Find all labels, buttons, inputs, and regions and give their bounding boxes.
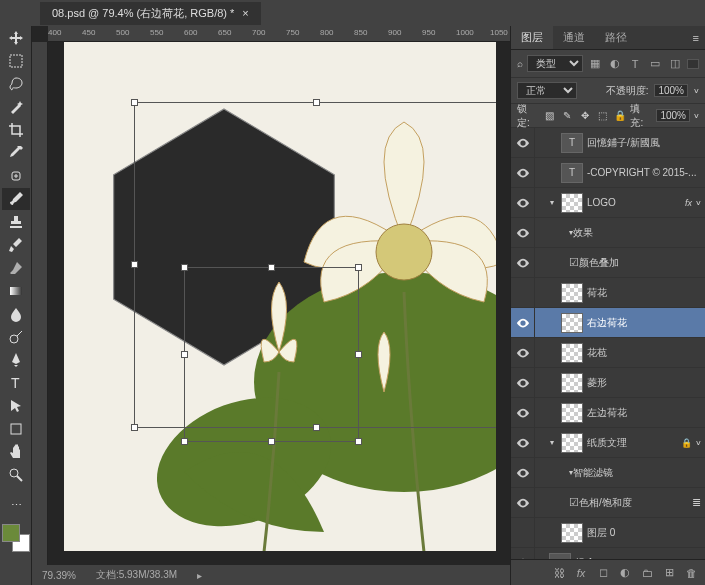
layer-mask-icon[interactable]: ◻ — [595, 565, 611, 581]
path-selection-tool[interactable] — [2, 395, 30, 417]
type-tool[interactable]: T — [2, 372, 30, 394]
visibility-toggle[interactable] — [511, 218, 535, 248]
layer-row[interactable]: 左边荷花 — [511, 398, 705, 428]
visibility-toggle[interactable] — [511, 188, 535, 218]
fill-value[interactable]: 100% — [656, 109, 690, 122]
filter-edit-icon[interactable]: ≣ — [692, 496, 701, 509]
status-bar: 79.39% 文档:5.93M/38.3M ▸ — [32, 565, 510, 585]
visibility-toggle[interactable] — [511, 368, 535, 398]
filter-pixel-icon[interactable]: ▦ — [587, 56, 603, 72]
lock-position-icon[interactable]: ✥ — [578, 109, 592, 123]
status-arrow-icon[interactable]: ▸ — [197, 570, 202, 581]
visibility-toggle[interactable] — [511, 128, 535, 158]
eraser-tool[interactable] — [2, 257, 30, 279]
eyedropper-tool[interactable] — [2, 142, 30, 164]
layer-row[interactable]: 图层 0 — [511, 518, 705, 548]
marquee-tool[interactable] — [2, 50, 30, 72]
ruler-horizontal[interactable]: 4004505005506006507007508008509009501000… — [48, 26, 510, 42]
filter-type-icon[interactable]: T — [627, 56, 643, 72]
visibility-toggle[interactable] — [511, 398, 535, 428]
visibility-toggle[interactable] — [511, 458, 535, 488]
crop-tool[interactable] — [2, 119, 30, 141]
layer-row[interactable]: ▾ 智能滤镜 — [511, 458, 705, 488]
lock-all-icon[interactable]: 🔒 — [613, 109, 627, 123]
document-tab-bar: 08.psd @ 79.4% (右边荷花, RGB/8) * × — [0, 0, 705, 26]
ruler-vertical[interactable] — [32, 42, 48, 565]
shape-tool[interactable] — [2, 418, 30, 440]
edit-toolbar[interactable]: ⋯ — [2, 494, 30, 516]
gradient-tool[interactable] — [2, 280, 30, 302]
document-tab[interactable]: 08.psd @ 79.4% (右边荷花, RGB/8) * × — [40, 2, 261, 25]
layer-row[interactable]: 菱形 — [511, 368, 705, 398]
layer-row[interactable]: 花苞 — [511, 338, 705, 368]
layer-thumbnail — [561, 373, 583, 393]
layer-row[interactable]: ☑ 颜色叠加 — [511, 248, 705, 278]
filter-kind-select[interactable]: 类型 — [527, 55, 583, 72]
visibility-toggle[interactable] — [511, 158, 535, 188]
visibility-toggle[interactable] — [511, 518, 535, 548]
hand-tool[interactable] — [2, 441, 30, 463]
blur-tool[interactable] — [2, 303, 30, 325]
opacity-chevron-icon[interactable]: ⅴ — [694, 86, 699, 95]
filter-toggle[interactable] — [687, 59, 699, 69]
filter-smart-icon[interactable]: ◫ — [667, 56, 683, 72]
expand-arrow-icon[interactable]: ▾ — [547, 198, 557, 207]
new-group-icon[interactable]: 🗀 — [639, 565, 655, 581]
tab-paths[interactable]: 路径 — [595, 26, 637, 49]
layer-row[interactable]: ▾LOGOfxⅴ — [511, 188, 705, 218]
layer-thumbnail: T — [561, 163, 583, 183]
visibility-toggle[interactable] — [511, 308, 535, 338]
layer-fx-icon[interactable]: fx — [573, 565, 589, 581]
layer-row[interactable]: ☑ 色相/饱和度≣ — [511, 488, 705, 518]
new-layer-icon[interactable]: ⊞ — [661, 565, 677, 581]
panel-menu-icon[interactable]: ≡ — [687, 32, 705, 44]
opacity-value[interactable]: 100% — [654, 84, 688, 97]
foreground-color-swatch[interactable] — [2, 524, 20, 542]
link-layers-icon[interactable]: ⛓ — [551, 565, 567, 581]
lock-transparency-icon[interactable]: ▧ — [543, 109, 557, 123]
lasso-tool[interactable] — [2, 73, 30, 95]
layer-thumbnail — [561, 403, 583, 423]
document-tab-title: 08.psd @ 79.4% (右边荷花, RGB/8) * — [52, 6, 234, 21]
layer-row[interactable]: 荷花 — [511, 278, 705, 308]
filter-adjust-icon[interactable]: ◐ — [607, 56, 623, 72]
zoom-level[interactable]: 79.39% — [42, 570, 76, 581]
layer-name: 菱形 — [587, 376, 705, 390]
healing-tool[interactable] — [2, 165, 30, 187]
history-brush-tool[interactable] — [2, 234, 30, 256]
close-icon[interactable]: × — [242, 7, 248, 19]
visibility-toggle[interactable] — [511, 278, 535, 308]
layer-row[interactable]: 右边荷花 — [511, 308, 705, 338]
svg-rect-2 — [10, 287, 22, 295]
layer-row[interactable]: ▾🗀组 1 — [511, 548, 705, 559]
lock-icon: 🔒 — [681, 438, 692, 448]
visibility-toggle[interactable] — [511, 548, 535, 560]
move-tool[interactable] — [2, 27, 30, 49]
visibility-toggle[interactable] — [511, 248, 535, 278]
canvas[interactable] — [64, 42, 496, 551]
color-swatches[interactable] — [2, 524, 30, 552]
stamp-tool[interactable] — [2, 211, 30, 233]
magic-wand-tool[interactable] — [2, 96, 30, 118]
fill-chevron-icon[interactable]: ⅴ — [694, 111, 699, 120]
visibility-toggle[interactable] — [511, 488, 535, 518]
adjustment-layer-icon[interactable]: ◐ — [617, 565, 633, 581]
blend-mode-select[interactable]: 正常 — [517, 82, 577, 99]
lock-pixels-icon[interactable]: ✎ — [560, 109, 574, 123]
pen-tool[interactable] — [2, 349, 30, 371]
layer-row[interactable]: ▾ 效果 — [511, 218, 705, 248]
lock-artboard-icon[interactable]: ⬚ — [595, 109, 609, 123]
brush-tool[interactable] — [2, 188, 30, 210]
layer-row[interactable]: ▾纸质文理🔒ⅴ — [511, 428, 705, 458]
delete-layer-icon[interactable]: 🗑 — [683, 565, 699, 581]
tab-channels[interactable]: 通道 — [553, 26, 595, 49]
visibility-toggle[interactable] — [511, 338, 535, 368]
tab-layers[interactable]: 图层 — [511, 26, 553, 49]
filter-shape-icon[interactable]: ▭ — [647, 56, 663, 72]
expand-arrow-icon[interactable]: ▾ — [547, 438, 557, 447]
visibility-toggle[interactable] — [511, 428, 535, 458]
layer-row[interactable]: T回憶鋪子/新國風 — [511, 128, 705, 158]
layer-row[interactable]: T-COPYRIGHT © 2015-... — [511, 158, 705, 188]
dodge-tool[interactable] — [2, 326, 30, 348]
zoom-tool[interactable] — [2, 464, 30, 486]
